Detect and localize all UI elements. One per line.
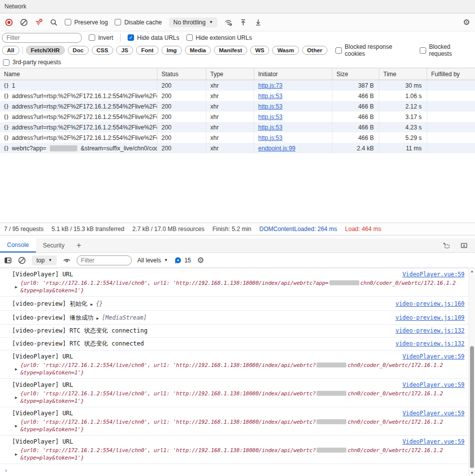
hide-data-urls-checkbox[interactable]: ✓ — [128, 34, 134, 41]
network-filter-input[interactable] — [2, 33, 82, 43]
column-header-size[interactable]: Size — [332, 68, 379, 80]
filter-pill-manifest[interactable]: Manifest — [214, 46, 247, 55]
invert-option[interactable]: Invert — [89, 34, 113, 41]
console-prompt-chevron[interactable]: › — [0, 464, 469, 474]
preserve-log-checkbox[interactable] — [65, 19, 71, 25]
column-header-fulfilled-by[interactable]: Fulfilled by — [427, 68, 475, 80]
object-preview[interactable]: {url0: 'rtsp://172.16.1.2:554/live/chn0'… — [20, 279, 456, 294]
table-row[interactable]: {}1 200 xhr http.js:73 387 B 30 ms — [0, 80, 475, 91]
object-preview[interactable]: {url0: 'rtsp://172.16.1.2:554/live/chn0'… — [20, 447, 443, 462]
source-link[interactable]: video-preview.js:132 — [390, 326, 465, 335]
filter-pill-js[interactable]: JS — [116, 46, 133, 55]
column-header-name[interactable]: Name — [0, 68, 158, 80]
invert-checkbox[interactable] — [89, 34, 95, 41]
source-link[interactable]: VideoPlayer.vue:59 — [396, 270, 465, 279]
table-row[interactable]: {}address?url=rtsp:%2F%2F172.16.1.2:554%… — [0, 122, 475, 132]
console-settings-gear-icon[interactable]: ⚙ — [197, 256, 204, 264]
expand-triangle-icon[interactable]: ▶ — [15, 394, 17, 405]
clear-console-icon[interactable] — [18, 256, 26, 264]
blocked-response-cookies-option[interactable]: Blocked response cookies — [335, 43, 412, 57]
network-settings-gear-icon[interactable]: ⚙ — [463, 18, 470, 26]
record-icon[interactable] — [5, 18, 13, 26]
console-message[interactable]: [VideoPlayer] URLVideoPlayer.vue:59 ▶ {u… — [0, 379, 469, 407]
column-header-initiator[interactable]: Initiator — [254, 68, 332, 80]
console-scrollbar[interactable]: ▲ ▼ — [469, 268, 475, 476]
filter-pill-fetch-xhr[interactable]: Fetch/XHR — [26, 46, 65, 55]
search-icon[interactable] — [50, 18, 58, 26]
scroll-down-arrow-icon[interactable]: ▼ — [469, 471, 475, 475]
object-preview[interactable]: {url0: 'rtsp://172.16.1.2:554/live/chn0'… — [20, 361, 443, 376]
log-levels-select[interactable]: All levels ▼ — [138, 257, 168, 264]
tab-security[interactable]: Security — [36, 238, 71, 252]
initiator-link[interactable]: http.js:53 — [258, 114, 283, 120]
filter-pill-media[interactable]: Media — [185, 46, 211, 55]
table-row[interactable]: {}address?url=rtsp:%2F%2F172.16.1.2:554%… — [0, 112, 475, 122]
object-preview[interactable]: {url0: 'rtsp://172.16.1.2:554/live/chn0'… — [20, 390, 443, 405]
column-header-status[interactable]: Status — [158, 68, 206, 80]
object-preview[interactable]: {url0: 'rtsp://172.16.1.2:554/live/chn0'… — [20, 418, 443, 433]
filter-pill-wasm[interactable]: Wasm — [272, 46, 299, 55]
table-row[interactable]: {}address?url=rtsp:%2F%2F172.16.1.2:554%… — [0, 101, 475, 112]
expand-triangle-icon[interactable]: ▶ — [97, 315, 99, 322]
clear-network-icon[interactable] — [20, 18, 28, 26]
console-message[interactable]: [VideoPlayer] URLVideoPlayer.vue:59 ▶ {u… — [0, 268, 469, 297]
initiator-link[interactable]: http.js:53 — [258, 124, 283, 131]
console-message[interactable]: [video-preview] 播放成功▶[MediaStream]video-… — [0, 311, 469, 325]
tab-console[interactable]: Console — [0, 238, 36, 252]
network-filter-icon[interactable] — [35, 18, 43, 26]
close-drawer-icon[interactable] — [460, 241, 468, 249]
blocked-requests-option[interactable]: Blocked requests — [420, 43, 473, 57]
filter-pill-ws[interactable]: WS — [250, 46, 270, 55]
filter-pill-img[interactable]: Img — [161, 46, 181, 55]
console-message[interactable]: [video-preview] 初始化▶{}video-preview.js:1… — [0, 297, 469, 311]
object-preview[interactable]: {} — [96, 299, 103, 308]
filter-pill-font[interactable]: Font — [136, 46, 158, 55]
table-row[interactable]: {}address?url=rtsp:%2F%2F172.16.1.2:554%… — [0, 132, 475, 143]
column-header-type[interactable]: Type — [206, 68, 254, 80]
console-filter-input[interactable] — [77, 255, 132, 265]
blocked-response-cookies-checkbox[interactable] — [335, 47, 342, 54]
expand-triangle-icon[interactable]: ▶ — [15, 422, 17, 433]
initiator-link[interactable]: endpoint.js:99 — [258, 145, 296, 152]
source-link[interactable]: video-preview.js:132 — [390, 339, 465, 348]
console-message-count[interactable]: 15 — [174, 256, 191, 264]
filter-pill-css[interactable]: CSS — [92, 46, 114, 55]
source-link[interactable]: VideoPlayer.vue:59 — [396, 409, 465, 418]
console-message[interactable]: [VideoPlayer] URLVideoPlayer.vue:59 ▶ {u… — [0, 351, 469, 379]
console-message[interactable]: [VideoPlayer] URLVideoPlayer.vue:59 ▶ {u… — [0, 436, 469, 464]
source-link[interactable]: video-preview.js:109 — [390, 313, 465, 322]
initiator-link[interactable]: http.js:73 — [258, 82, 283, 89]
source-link[interactable]: video-preview.js:160 — [390, 299, 465, 308]
filter-pill-other[interactable]: Other — [302, 46, 327, 55]
object-preview[interactable]: [MediaStream] — [102, 313, 147, 322]
network-conditions-icon[interactable] — [224, 18, 232, 26]
context-select[interactable]: top ▼ — [32, 255, 57, 265]
preserve-log-option[interactable]: Preserve log — [65, 19, 108, 26]
table-row[interactable]: {}address?url=rtsp:%2F%2F172.16.1.2:554%… — [0, 91, 475, 101]
filter-pill-doc[interactable]: Doc — [68, 46, 89, 55]
hide-extension-urls-option[interactable]: Hide extension URLs — [186, 34, 252, 41]
disable-cache-checkbox[interactable] — [115, 19, 121, 25]
scroll-up-arrow-icon[interactable]: ▲ — [469, 269, 475, 273]
console-sidebar-icon[interactable] — [4, 256, 12, 264]
expand-triangle-icon[interactable]: ▶ — [15, 365, 17, 376]
console-message[interactable]: [video-preview] RTC 状态变化 connectingvideo… — [0, 325, 469, 338]
disable-cache-option[interactable]: Disable cache — [115, 19, 161, 26]
source-link[interactable]: VideoPlayer.vue:59 — [396, 437, 465, 446]
hide-extension-urls-checkbox[interactable] — [186, 34, 193, 41]
export-har-icon[interactable] — [254, 18, 262, 26]
import-har-icon[interactable] — [239, 18, 247, 26]
hide-data-urls-option[interactable]: ✓ Hide data URLs — [128, 34, 179, 41]
console-message[interactable]: [video-preview] RTC 状态变化 connectedvideo-… — [0, 338, 469, 351]
live-expression-eye-icon[interactable] — [63, 256, 71, 264]
console-message[interactable]: [VideoPlayer] URLVideoPlayer.vue:59 ▶ {u… — [0, 407, 469, 436]
initiator-link[interactable]: http.js:53 — [258, 103, 283, 110]
table-row[interactable]: {}webrtc?app=&stream=suffix_live/chn0/co… — [0, 143, 475, 153]
filter-pill-all[interactable]: All — [2, 46, 19, 55]
third-party-checkbox[interactable] — [3, 59, 9, 66]
expand-triangle-icon[interactable]: ▶ — [15, 283, 17, 294]
blocked-requests-checkbox[interactable] — [420, 47, 426, 54]
throttling-select[interactable]: No throttling ▼ — [169, 17, 218, 27]
expand-triangle-icon[interactable]: ▶ — [91, 301, 93, 308]
source-link[interactable]: VideoPlayer.vue:59 — [396, 380, 465, 389]
